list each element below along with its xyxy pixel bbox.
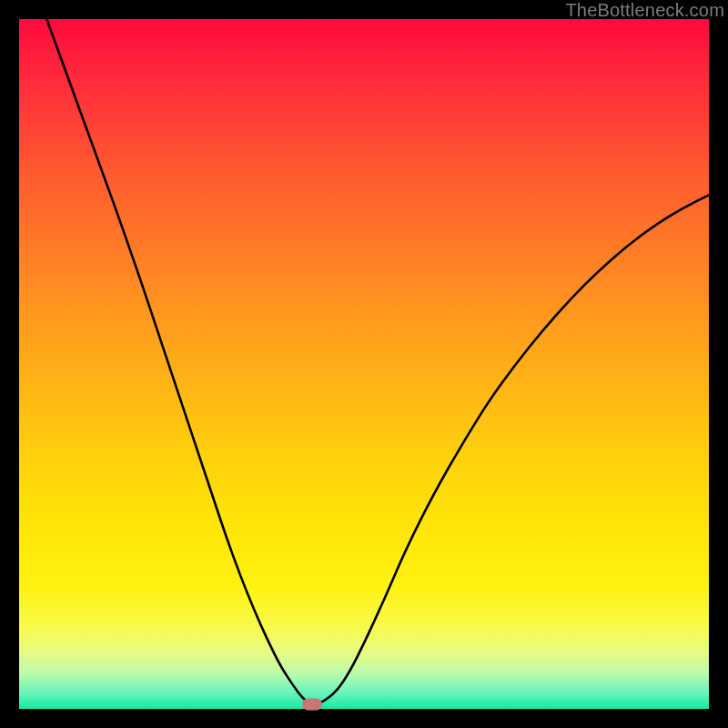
plot-area: [19, 19, 709, 709]
chart-frame: TheBottleneck.com: [0, 0, 728, 728]
minimum-marker: [302, 699, 322, 711]
watermark-text: TheBottleneck.com: [565, 0, 724, 21]
